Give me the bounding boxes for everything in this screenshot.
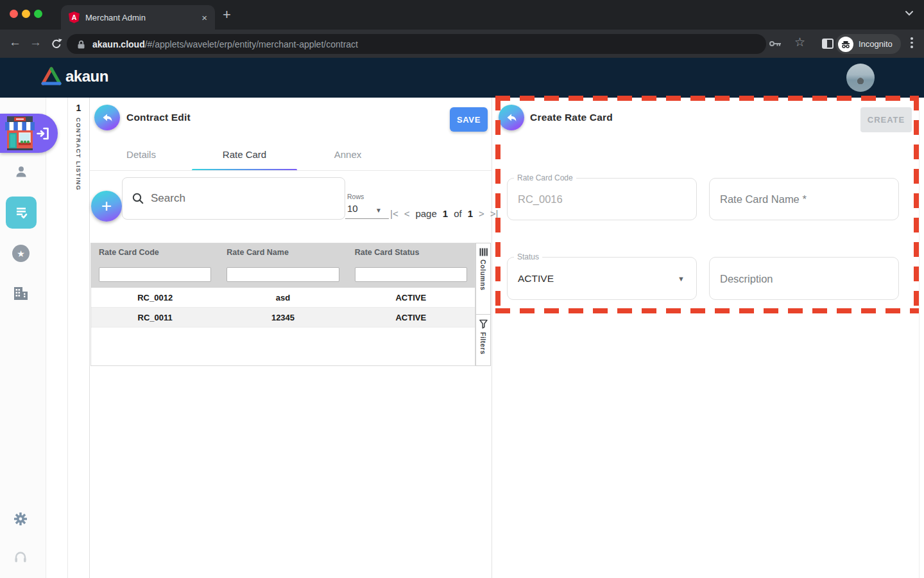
create-back-button[interactable] xyxy=(499,105,524,130)
rate-card-code-label: Rate Card Code xyxy=(514,173,576,182)
tab-details[interactable]: Details xyxy=(103,149,180,160)
filters-button[interactable]: Filters xyxy=(476,315,490,365)
filters-label: Filters xyxy=(479,332,487,355)
cell-status: ACTIVE xyxy=(347,288,475,307)
chevron-down-icon[interactable] xyxy=(905,10,914,16)
header-rate-card-code[interactable]: Rate Card Code xyxy=(91,243,219,262)
status-caret-icon[interactable]: ▼ xyxy=(678,275,685,283)
contract-back-button[interactable] xyxy=(94,105,120,130)
url-bar[interactable]: akaun.cloud/#/applets/wavelet/erp/entity… xyxy=(67,34,766,54)
sidebar-item-profile-icon[interactable] xyxy=(15,165,28,178)
annotation-dashed-border-bottom xyxy=(495,308,919,313)
filter-status-input[interactable] xyxy=(355,267,467,282)
sidebar-item-merchant-applet[interactable] xyxy=(0,114,58,153)
back-nav-icon[interactable]: ← xyxy=(9,35,21,49)
star-icon: ★ xyxy=(17,249,25,259)
sidebar-item-contracts-active[interactable] xyxy=(6,197,37,229)
new-tab-button[interactable]: + xyxy=(223,6,231,23)
password-key-icon[interactable] xyxy=(769,39,783,49)
enter-applet-icon xyxy=(35,126,51,141)
angular-favicon-icon: A xyxy=(69,12,80,23)
brand-name: akaun xyxy=(65,67,108,85)
create-panel-title: Create Rate Card xyxy=(530,112,613,123)
akaun-logo[interactable]: akaun xyxy=(41,67,108,86)
listing-label: CONTRACT LISTING xyxy=(75,118,82,191)
forward-nav-icon[interactable]: → xyxy=(30,35,42,49)
rate-card-name-label: Rate Card Name * xyxy=(720,193,807,206)
contract-panel-title: Contract Edit xyxy=(126,112,191,123)
header-rate-card-status[interactable]: Rate Card Status xyxy=(347,243,475,262)
search-icon xyxy=(132,192,144,205)
add-rate-card-button[interactable]: + xyxy=(91,191,122,222)
tabs-divider xyxy=(90,170,492,171)
cell-status: ACTIVE xyxy=(347,308,475,327)
tab-annex[interactable]: Annex xyxy=(309,149,386,160)
table-row[interactable]: RC_0012 asd ACTIVE xyxy=(91,288,475,308)
create-button-disabled[interactable]: CREATE xyxy=(860,107,912,132)
sidebar-gutter xyxy=(46,98,68,578)
save-button[interactable]: SAVE xyxy=(450,107,488,132)
settings-gear-icon[interactable] xyxy=(13,512,28,526)
search-input[interactable] xyxy=(151,192,318,205)
header-rate-card-name[interactable]: Rate Card Name xyxy=(219,243,346,262)
bookmark-star-icon[interactable]: ☆ xyxy=(794,35,805,49)
sidebar-item-company-icon[interactable] xyxy=(13,286,29,301)
right-edge-line xyxy=(919,98,920,578)
url-path: /#/applets/wavelet/erp/entity/merchant-a… xyxy=(145,39,358,49)
cell-name: asd xyxy=(219,288,346,307)
cell-name: 12345 xyxy=(219,308,346,327)
description-label: Description xyxy=(720,272,773,285)
rate-card-code-field[interactable]: Rate Card Code RC_0016 xyxy=(507,178,697,220)
filter-funnel-icon xyxy=(479,319,488,329)
description-field[interactable]: Description xyxy=(709,257,899,300)
storefront-icon xyxy=(5,116,35,152)
rate-card-table: Rate Card Code Rate Card Name Rate Card … xyxy=(90,243,475,366)
filter-code-input[interactable] xyxy=(99,267,211,282)
incognito-badge[interactable]: Incognito xyxy=(835,34,901,54)
url-host: akaun.cloud xyxy=(92,39,145,49)
annotation-dashed-border-right xyxy=(914,96,919,313)
back-arrow-icon xyxy=(101,112,114,124)
rate-card-name-field[interactable]: Rate Card Name * xyxy=(709,178,899,220)
listing-count: 1 xyxy=(76,103,81,113)
browser-tab-strip: A Merchant Admin × + xyxy=(0,0,924,30)
table-tools-strip: Columns Filters xyxy=(475,243,491,366)
tab-title: Merchant Admin xyxy=(85,13,196,22)
of-word: of xyxy=(454,208,462,219)
plus-icon: + xyxy=(101,196,112,216)
next-page-button[interactable]: > xyxy=(479,208,484,219)
reload-icon[interactable] xyxy=(50,37,63,50)
task-list-icon xyxy=(13,205,29,220)
macos-zoom-button[interactable] xyxy=(34,10,42,18)
rows-label: Rows xyxy=(347,193,364,200)
columns-icon xyxy=(479,248,488,256)
prev-page-button[interactable]: < xyxy=(404,208,410,219)
columns-label: Columns xyxy=(479,259,487,290)
lock-icon xyxy=(75,39,87,50)
rows-per-page-select[interactable]: 10 xyxy=(347,203,358,214)
macos-close-button[interactable] xyxy=(10,10,18,18)
first-page-button[interactable]: |< xyxy=(390,208,398,219)
macos-minimize-button[interactable] xyxy=(22,10,30,18)
table-row[interactable]: RC_0011 12345 ACTIVE xyxy=(91,308,475,328)
sidebar-item-favorites[interactable]: ★ xyxy=(12,245,30,262)
tab-rate-card[interactable]: Rate Card xyxy=(206,149,283,160)
page-word: page xyxy=(415,208,436,219)
cell-code: RC_0011 xyxy=(91,308,219,327)
status-select-field[interactable]: Status ACTIVE ▼ xyxy=(507,257,697,300)
contract-listing-tab[interactable]: 1 CONTRACT LISTING xyxy=(68,98,90,578)
browser-tab[interactable]: A Merchant Admin × xyxy=(61,5,215,30)
columns-button[interactable]: Columns xyxy=(476,243,490,315)
total-pages: 1 xyxy=(468,208,473,219)
app-header: akaun xyxy=(0,58,924,98)
pagination: |< < page 1 of 1 > >| xyxy=(390,208,498,219)
rows-caret-icon[interactable]: ▼ xyxy=(375,207,382,214)
side-panel-icon[interactable] xyxy=(821,38,834,49)
rate-card-code-value: RC_0016 xyxy=(518,193,563,206)
filter-name-input[interactable] xyxy=(227,267,339,282)
incognito-label: Incognito xyxy=(859,39,893,49)
tab-close-icon[interactable]: × xyxy=(201,12,207,23)
support-headset-icon[interactable] xyxy=(13,550,28,564)
browser-menu-icon[interactable] xyxy=(911,37,913,48)
user-avatar[interactable] xyxy=(846,64,875,92)
